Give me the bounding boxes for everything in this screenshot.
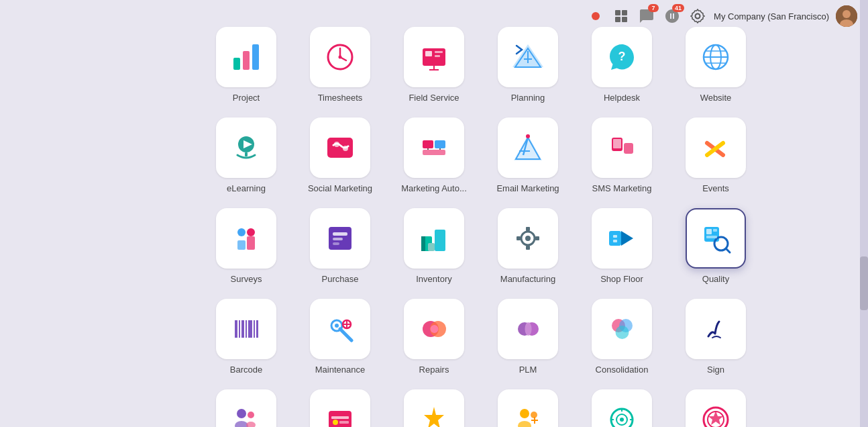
app-icon-manufacturing[interactable] xyxy=(498,208,558,269)
app-repairs[interactable]: Repairs xyxy=(390,299,478,376)
svg-point-5 xyxy=(843,10,851,18)
app-sign[interactable]: Sign xyxy=(672,299,759,376)
svg-rect-58 xyxy=(333,238,343,240)
svg-rect-2 xyxy=(615,17,620,22)
app-icon-referrals[interactable] xyxy=(686,389,746,427)
app-icon-quality[interactable] xyxy=(686,208,746,269)
app-icon-repairs[interactable] xyxy=(404,299,464,359)
app-icon-recruitment[interactable] xyxy=(592,389,652,427)
activities-icon[interactable]: 41 xyxy=(663,7,682,26)
svg-point-13 xyxy=(339,56,342,59)
app-label-plm: PLM xyxy=(519,365,537,376)
app-icon-website[interactable] xyxy=(686,27,746,87)
app-icon-purchase[interactable] xyxy=(310,208,370,269)
svg-rect-17 xyxy=(435,55,440,57)
user-avatar[interactable] xyxy=(836,5,857,27)
app-icon-social-marketing[interactable] xyxy=(310,117,370,178)
app-icon-consolidation[interactable] xyxy=(592,299,652,359)
app-employees[interactable]: Employees xyxy=(203,389,290,427)
svg-rect-3 xyxy=(622,17,627,22)
app-payroll[interactable]: Payroll xyxy=(296,389,384,427)
app-icon-project[interactable] xyxy=(216,27,276,87)
app-icon-attendances[interactable] xyxy=(498,389,558,427)
app-quality[interactable]: Quality xyxy=(672,208,759,285)
app-icon-employees[interactable] xyxy=(216,389,276,427)
app-icon-field-service[interactable] xyxy=(404,27,464,87)
app-label-email-marketing: Email Marketing xyxy=(496,183,559,195)
svg-rect-36 xyxy=(423,140,433,148)
svg-rect-16 xyxy=(435,51,443,53)
svg-point-111 xyxy=(520,409,529,418)
app-appraisals[interactable]: Appraisals xyxy=(390,389,478,427)
app-label-timesheets: Timesheets xyxy=(318,93,363,104)
app-icon-events[interactable] xyxy=(686,117,746,178)
app-label-planning: Planning xyxy=(511,93,545,104)
app-social-marketing[interactable]: Social Marketing xyxy=(296,117,384,195)
app-icon-plm[interactable] xyxy=(498,299,558,359)
app-timesheets[interactable]: Timesheets xyxy=(296,27,384,104)
apps-grid: Project Timesheets xyxy=(134,27,828,427)
app-label-consolidation: Consolidation xyxy=(596,365,649,376)
app-sms-marketing[interactable]: SMS Marketing xyxy=(578,117,665,195)
app-icon-appraisals[interactable] xyxy=(404,389,464,427)
app-icon-planning[interactable] xyxy=(498,27,558,87)
app-icon-inventory[interactable] xyxy=(404,208,464,269)
app-recruitment[interactable]: Recruitment xyxy=(578,389,665,427)
app-icon-shop-floor[interactable] xyxy=(592,208,652,269)
app-events[interactable]: Events xyxy=(672,117,759,195)
app-maintenance[interactable]: Maintenance xyxy=(296,299,384,376)
svg-point-49 xyxy=(616,152,618,155)
scrollbar-track xyxy=(860,0,868,427)
app-icon-marketing-auto[interactable] xyxy=(404,117,464,178)
app-email-marketing[interactable]: Email Marketing xyxy=(484,117,572,195)
app-icon-helpdesk[interactable]: ? xyxy=(592,27,652,87)
scrollbar-thumb[interactable] xyxy=(860,256,868,310)
app-label-purchase: Purchase xyxy=(322,274,359,285)
svg-rect-55 xyxy=(247,236,255,250)
app-field-service[interactable]: Field Service xyxy=(390,27,478,104)
app-manufacturing[interactable]: Manufacturing xyxy=(484,208,572,285)
app-icon-sms-marketing[interactable] xyxy=(592,117,652,178)
app-label-elearning: eLearning xyxy=(227,183,266,195)
app-label-sms-marketing: SMS Marketing xyxy=(592,183,652,195)
app-inventory[interactable]: Inventory xyxy=(390,208,478,285)
app-icon-elearning[interactable] xyxy=(216,117,276,178)
messages-icon[interactable]: 7 xyxy=(637,7,656,26)
app-icon-payroll[interactable] xyxy=(310,389,370,427)
app-icon-sign[interactable] xyxy=(686,299,746,359)
app-icon-timesheets[interactable] xyxy=(310,27,370,87)
svg-rect-107 xyxy=(331,416,349,419)
app-barcode[interactable]: Barcode xyxy=(203,299,290,376)
app-consolidation[interactable]: Consolidation xyxy=(578,299,665,376)
svg-rect-106 xyxy=(329,411,351,427)
svg-rect-62 xyxy=(428,243,435,251)
settings-icon[interactable] xyxy=(688,7,707,26)
svg-rect-38 xyxy=(423,150,445,155)
svg-point-95 xyxy=(431,325,439,333)
app-helpdesk[interactable]: ? Helpdesk xyxy=(578,27,665,104)
company-name[interactable]: My Company (San Francisco) xyxy=(714,11,829,21)
app-plm[interactable]: PLM xyxy=(484,299,572,376)
app-icon-maintenance[interactable] xyxy=(310,299,370,359)
app-shop-floor[interactable]: Shop Floor xyxy=(578,208,665,285)
app-marketing-auto[interactable]: Marketing Auto... xyxy=(390,117,478,195)
app-website[interactable]: Website xyxy=(672,27,759,104)
svg-rect-8 xyxy=(243,51,250,70)
app-surveys[interactable]: Surveys xyxy=(203,208,290,285)
app-purchase[interactable]: Purchase xyxy=(296,208,384,285)
app-label-social-marketing: Social Marketing xyxy=(308,183,372,195)
svg-rect-83 xyxy=(246,320,247,338)
app-project[interactable]: Project xyxy=(203,27,290,104)
app-referrals[interactable]: Referrals xyxy=(672,389,759,427)
app-planning[interactable]: Planning xyxy=(484,27,572,104)
app-attendances[interactable]: Attendances xyxy=(484,389,572,427)
app-label-website: Website xyxy=(700,93,732,104)
grid-icon[interactable] xyxy=(612,7,631,26)
svg-rect-54 xyxy=(237,240,246,250)
svg-rect-70 xyxy=(609,231,621,246)
app-label-marketing-auto: Marketing Auto... xyxy=(401,183,467,195)
app-icon-surveys[interactable] xyxy=(216,208,276,269)
app-icon-barcode[interactable] xyxy=(216,299,276,359)
app-elearning[interactable]: eLearning xyxy=(203,117,290,195)
app-icon-email-marketing[interactable] xyxy=(498,117,558,178)
